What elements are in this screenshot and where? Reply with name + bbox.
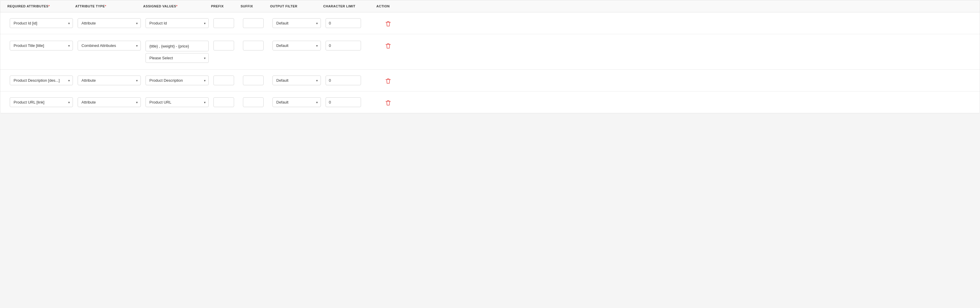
char-limit-cell — [323, 76, 376, 85]
trash-icon — [385, 21, 391, 27]
char-limit-input[interactable] — [326, 18, 361, 28]
char-limit-input[interactable] — [326, 41, 361, 51]
trash-icon — [385, 100, 391, 106]
output-filter-cell: Default ▾ — [270, 76, 323, 85]
output-filter-select[interactable]: Default — [272, 76, 321, 85]
please-select-dropdown[interactable]: Please Select Product Id Product Title P… — [146, 53, 209, 63]
assigned-value-cell: Product Id Product Title Product Descrip… — [143, 97, 211, 107]
output-filter-select-wrapper: Default ▾ — [272, 97, 321, 107]
prefix-cell — [211, 41, 240, 51]
prefix-input[interactable] — [213, 76, 234, 85]
suffix-input[interactable] — [243, 18, 264, 28]
delete-button[interactable] — [384, 99, 392, 107]
header-character-limit: CHARACTER LIMIT — [321, 0, 374, 12]
required-attr-cell: Product Id [id] Product Title [title] Pr… — [7, 41, 75, 51]
delete-button[interactable] — [384, 20, 392, 28]
required-attr-select-wrapper: Product Id [id] Product Title [title] Pr… — [10, 97, 73, 107]
output-filter-cell: Default ▾ — [270, 41, 323, 51]
please-select-wrapper: Please Select Product Id Product Title P… — [146, 53, 209, 63]
action-cell — [376, 19, 400, 28]
trash-icon — [385, 78, 391, 84]
header-assigned-values: ASSIGNED VALUES* — [141, 0, 209, 12]
action-cell — [376, 98, 400, 107]
required-attr-cell: Product Id [id] Product Title [title] Pr… — [7, 97, 75, 107]
assigned-value-select-wrapper: Product Id Product Title Product Descrip… — [146, 18, 209, 28]
char-limit-cell — [323, 18, 376, 28]
required-attr-cell: Product Id [id] Product Title [title] Pr… — [7, 76, 75, 85]
suffix-input[interactable] — [243, 76, 264, 85]
header-attribute-type: ATTRIBUTE TYPE* — [73, 0, 141, 12]
action-cell — [376, 76, 400, 85]
delete-button[interactable] — [384, 42, 392, 50]
action-cell — [376, 41, 400, 50]
prefix-cell — [211, 76, 240, 85]
suffix-cell — [240, 41, 270, 51]
output-filter-select-wrapper: Default ▾ — [272, 18, 321, 28]
assigned-value-cell: Product Id Product Title Product Descrip… — [143, 76, 211, 85]
assigned-value-cell: Product Id Product Title Product Descrip… — [143, 18, 211, 28]
delete-button[interactable] — [384, 77, 392, 85]
required-attr-select[interactable]: Product Id [id] Product Title [title] Pr… — [10, 97, 73, 107]
required-attr-select-wrapper: Product Id [id] Product Title [title] Pr… — [10, 18, 73, 28]
assigned-value-select-wrapper: Product Id Product Title Product Descrip… — [146, 76, 209, 85]
prefix-input[interactable] — [213, 41, 234, 51]
table-row: Product Id [id] Product Title [title] Pr… — [0, 70, 980, 92]
char-limit-input[interactable] — [326, 76, 361, 85]
attr-type-select-wrapper: Attribute Combined Attributes ▾ — [78, 41, 141, 51]
char-limit-input[interactable] — [326, 97, 361, 107]
output-filter-cell: Default ▾ — [270, 18, 323, 28]
header-required-attributes: REQUIRED ATTRIBUTES* — [5, 0, 73, 12]
table-row: Product Id [id] Product Title [title] Pr… — [0, 92, 980, 113]
attr-type-cell: Attribute Combined Attributes ▾ — [75, 18, 143, 28]
required-attr-select[interactable]: Product Id [id] Product Title [title] Pr… — [10, 18, 73, 28]
assigned-value-select[interactable]: Product Id Product Title Product Descrip… — [146, 18, 209, 28]
header-output-filter: OUTPUT FILTER — [268, 0, 321, 12]
prefix-cell — [211, 18, 240, 28]
required-attr-select[interactable]: Product Id [id] Product Title [title] Pr… — [10, 41, 73, 51]
prefix-input[interactable] — [213, 97, 234, 107]
attr-type-cell: Attribute Combined Attributes ▾ — [75, 76, 143, 85]
attr-type-select-wrapper: Attribute Combined Attributes ▾ — [78, 97, 141, 107]
attributes-table: REQUIRED ATTRIBUTES* ATTRIBUTE TYPE* ASS… — [0, 0, 980, 113]
assigned-value-select[interactable]: Product Id Product Title Product Descrip… — [146, 76, 209, 85]
char-limit-cell — [323, 97, 376, 107]
required-attr-select-wrapper: Product Id [id] Product Title [title] Pr… — [10, 76, 73, 85]
assigned-value-select[interactable]: Product Id Product Title Product Descrip… — [146, 97, 209, 107]
assigned-value-select-wrapper: Product Id Product Title Product Descrip… — [146, 97, 209, 107]
attr-type-cell: Attribute Combined Attributes ▾ — [75, 97, 143, 107]
output-filter-select-wrapper: Default ▾ — [272, 76, 321, 85]
attr-type-select[interactable]: Attribute Combined Attributes — [78, 18, 141, 28]
attr-type-select-wrapper: Attribute Combined Attributes ▾ — [78, 18, 141, 28]
header-suffix: SUFFIX — [238, 0, 268, 12]
output-filter-select[interactable]: Default — [272, 97, 321, 107]
required-attr-cell: Product Id [id] Product Title [title] Pr… — [7, 18, 75, 28]
table-header: REQUIRED ATTRIBUTES* ATTRIBUTE TYPE* ASS… — [0, 0, 980, 13]
attr-type-select[interactable]: Attribute Combined Attributes — [78, 41, 141, 51]
required-attr-select-wrapper: Product Id [id] Product Title [title] Pr… — [10, 41, 73, 51]
assigned-value-cell: {title} , {weight} - {price} Please Sele… — [143, 41, 211, 63]
required-attr-select[interactable]: Product Id [id] Product Title [title] Pr… — [10, 76, 73, 85]
suffix-cell — [240, 97, 270, 107]
suffix-input[interactable] — [243, 41, 264, 51]
header-prefix: PREFIX — [209, 0, 238, 12]
trash-icon — [385, 43, 391, 49]
output-filter-select[interactable]: Default — [272, 18, 321, 28]
attr-type-select-wrapper: Attribute Combined Attributes ▾ — [78, 76, 141, 85]
attr-type-select[interactable]: Attribute Combined Attributes — [78, 97, 141, 107]
suffix-cell — [240, 76, 270, 85]
output-filter-cell: Default ▾ — [270, 97, 323, 107]
prefix-cell — [211, 97, 240, 107]
table-row: Product Id [id] Product Title [title] Pr… — [0, 34, 980, 70]
header-action: ACTION — [374, 0, 398, 12]
char-limit-cell — [323, 41, 376, 51]
attr-type-select[interactable]: Attribute Combined Attributes — [78, 76, 141, 85]
suffix-cell — [240, 18, 270, 28]
suffix-input[interactable] — [243, 97, 264, 107]
output-filter-select-wrapper: Default ▾ — [272, 41, 321, 51]
prefix-input[interactable] — [213, 18, 234, 28]
output-filter-select[interactable]: Default — [272, 41, 321, 51]
table-row: Product Id [id] Product Title [title] Pr… — [0, 13, 980, 34]
combined-attributes-display: {title} , {weight} - {price} — [146, 41, 209, 51]
attr-type-cell: Attribute Combined Attributes ▾ — [75, 41, 143, 51]
